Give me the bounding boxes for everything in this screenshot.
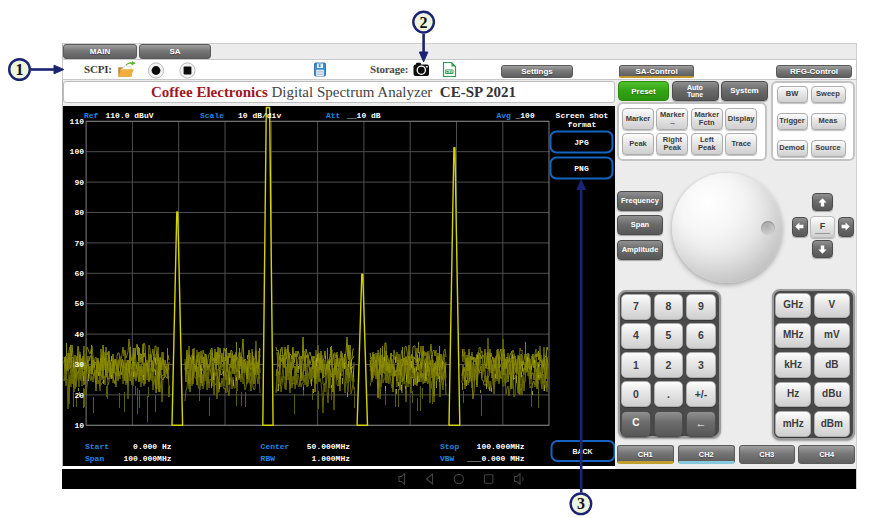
svg-text:1: 1 [16,61,24,78]
svg-text:2: 2 [420,14,428,31]
svg-text:3: 3 [577,495,585,512]
